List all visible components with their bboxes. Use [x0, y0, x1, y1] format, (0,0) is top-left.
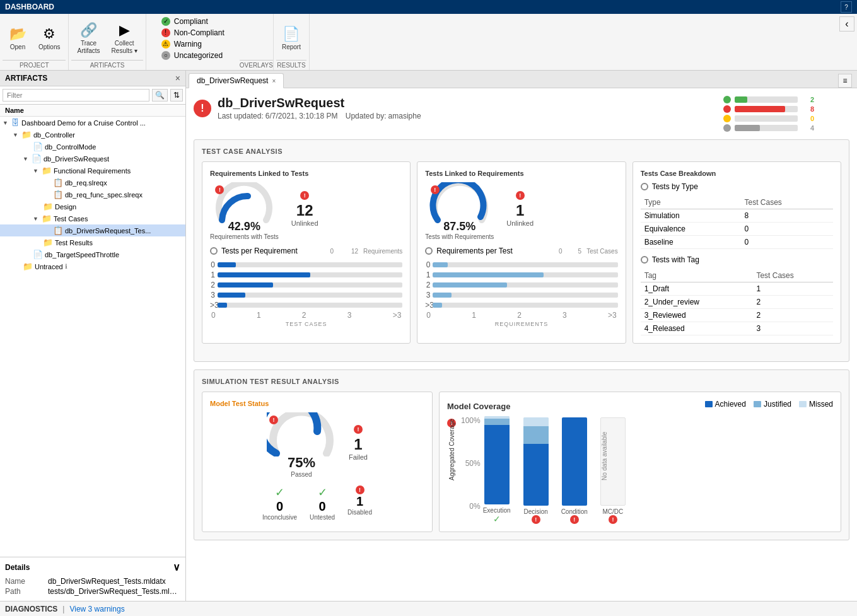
content-scroll: ! db_DriverSwRequest Last updated: 6/7/2…	[186, 88, 857, 601]
trace-artifacts-button[interactable]: 🔗 TraceArtifacts	[71, 19, 105, 58]
tree: ▼ 🗄 Dashboard Demo for a Cruise Control …	[0, 117, 185, 557]
tree-arrow: ▼	[33, 216, 42, 222]
bar-fill	[218, 303, 227, 308]
options-icon: ⚙	[43, 26, 55, 42]
tree-label: db_req.slreqx	[65, 179, 107, 187]
warning-overlay[interactable]: ⚠ Warning	[161, 40, 224, 49]
tag-col-header: Tag	[641, 269, 753, 282]
uncategorized-overlay[interactable]: ○ Uncategorized	[161, 51, 224, 60]
help-button[interactable]: ?	[841, 1, 852, 13]
failed-label: Failed	[349, 453, 368, 461]
divider: |	[62, 605, 64, 613]
compliant-label: Compliant	[174, 17, 208, 26]
breakdown-title: Tests Case Breakdown	[641, 170, 833, 177]
red-bar-fill	[735, 106, 785, 112]
path-value: tests/db_DriverSwRequest_Tests.mldatx	[48, 587, 180, 596]
type-table: Type Test Cases Simulation 8 E	[641, 196, 833, 249]
results-section-label: RESULTS	[276, 60, 306, 69]
bar-label: 3	[425, 291, 430, 299]
green-count: 2	[802, 96, 814, 103]
missed-legend-label: Missed	[809, 400, 833, 409]
tree-item-test-cases[interactable]: ▼ 📁 Test Cases	[0, 212, 185, 224]
bar-row-0: 0	[210, 260, 402, 269]
non-compliant-label: Non-Compliant	[174, 28, 224, 37]
type-cell: Simulation	[641, 209, 741, 223]
bar-label: >3	[425, 301, 430, 310]
bar-label: 2	[425, 281, 430, 289]
coverage-bars-container: Execution ✓	[483, 416, 833, 524]
gray-count: 4	[802, 124, 814, 132]
tests-per-req-label: Tests per Requirement 0 12 Requirements	[210, 247, 402, 255]
tree-item-test-file[interactable]: 📋 db_DriverSwRequest_Tes...	[0, 224, 185, 236]
tab-close-button[interactable]: ×	[272, 78, 276, 84]
details-name-row: Name db_DriverSwRequest_Tests.mldatx	[5, 577, 180, 586]
achieved-legend-label: Achieved	[715, 400, 746, 409]
mcdc-bar-group: No data available MC/DC !	[600, 417, 626, 524]
tree-item-functional-req[interactable]: ▼ 📁 Functional Requirements	[0, 165, 185, 177]
open-button[interactable]: 📂 Open	[3, 23, 33, 54]
content-tab[interactable]: db_DriverSwRequest ×	[189, 73, 284, 88]
details-chevron[interactable]: ∨	[173, 561, 180, 573]
tree-item-req-func-spec[interactable]: 📋 db_req_func_spec.slreqx	[0, 189, 185, 200]
sim-section-header: SIMULATION TEST RESULT ANALYSIS	[202, 378, 841, 385]
mcdc-bar-label: MC/DC	[603, 508, 624, 515]
tag-cell: 1_Draft	[641, 282, 753, 296]
tab-collapse-button[interactable]: ≡	[838, 74, 852, 88]
toolbar-artifacts-section: 🔗 TraceArtifacts ▶ CollectResults ▾ ARTI…	[69, 14, 146, 70]
sidebar-header: ARTIFACTS ×	[0, 71, 185, 86]
condition-bar-stack	[562, 417, 587, 506]
test-case-analysis-section: TEST CASE ANALYSIS Requirements Linked t…	[194, 139, 849, 362]
tree-arrow: ▼	[13, 132, 21, 138]
non-compliant-overlay[interactable]: ! Non-Compliant	[161, 28, 224, 37]
unlinked-error-badge: !	[300, 190, 309, 200]
report-button[interactable]: 📄 Report	[276, 23, 306, 54]
tree-item-targetspeed[interactable]: 📄 db_TargetSpeedThrottle	[0, 248, 185, 260]
bar-row-2: 2	[210, 281, 402, 289]
file-icon: 📄	[33, 250, 43, 259]
filter-options-button[interactable]: ⇅	[170, 89, 183, 102]
folder-icon: 📁	[42, 166, 52, 175]
options-button[interactable]: ⚙ Options	[33, 23, 66, 54]
compliant-overlay[interactable]: ✓ Compliant	[161, 17, 224, 26]
main-layout: ARTIFACTS × 🔍 ⇅ Name ▼ 🗄 Dashboard Demo …	[0, 71, 857, 601]
tree-item-test-results[interactable]: 📁 Test Results	[0, 236, 185, 248]
filter-search-button[interactable]: 🔍	[152, 89, 168, 102]
gauge-badge-icon-2: !	[431, 185, 440, 194]
tag-count-cell: 2	[752, 296, 833, 309]
file-icon: 📄	[32, 154, 42, 163]
bar-row-3b: 3	[425, 291, 617, 299]
disabled-badge-wrap: !	[347, 485, 372, 494]
tree-item-root[interactable]: ▼ 🗄 Dashboard Demo for a Cruise Control …	[0, 117, 185, 129]
untested-count: 0	[310, 499, 335, 514]
sim-gauge-label: Passed	[288, 471, 315, 478]
sidebar-close-button[interactable]: ×	[175, 73, 180, 83]
collect-results-button[interactable]: ▶ CollectResults ▾	[106, 19, 143, 58]
tree-item-design[interactable]: 📁 Design	[0, 200, 185, 212]
tree-item-req-slreqx[interactable]: 📋 db_req.slreqx	[0, 177, 185, 189]
unlinked-badge-icon-2: !	[516, 191, 525, 200]
tag-table: Tag Test Cases 1_Draft 1	[641, 269, 833, 335]
condition-bar-label: Condition	[561, 508, 588, 515]
tree-item-untraced[interactable]: 📁 Untraced ℹ	[0, 260, 185, 272]
execution-achieved-seg	[484, 425, 510, 504]
tree-item-driverswrequest[interactable]: ▼ 📄 db_DriverSwRequest	[0, 153, 185, 165]
bar-track	[218, 303, 402, 308]
app-title: DASHBOARD	[5, 3, 54, 11]
execution-bar-group: Execution ✓	[483, 416, 511, 524]
filter-input[interactable]	[3, 89, 149, 102]
x-axis-label: TEST CASES	[210, 321, 402, 327]
with-tag-label: Tests with Tag	[641, 255, 833, 264]
toolbar-collapse-button[interactable]: ‹	[839, 16, 854, 32]
bar-fill	[433, 282, 506, 288]
inconclusive-count: 0	[262, 499, 297, 514]
tree-item-controlmode[interactable]: 📄 db_ControlMode	[0, 141, 185, 153]
missed-legend-box	[799, 401, 807, 407]
red-status-dot	[723, 105, 731, 113]
gauge-container-2: ! 87.5% Tests with Requirements	[425, 182, 617, 240]
mcdc-icon-wrap: !	[609, 515, 617, 524]
condition-error-icon: !	[570, 515, 579, 524]
tree-item-controller[interactable]: ▼ 📁 db_Controller	[0, 129, 185, 141]
view-warnings-link[interactable]: View 3 warnings	[69, 605, 124, 613]
green-bar-track	[735, 96, 798, 103]
report-icon: 📄	[283, 26, 300, 42]
